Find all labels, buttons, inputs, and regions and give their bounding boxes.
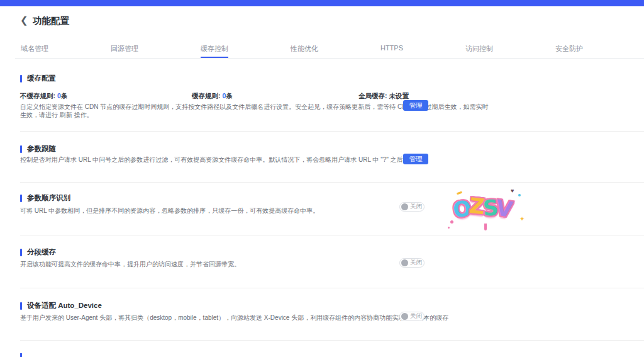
tab-performance-optimization[interactable]: 性能优化 [291,44,318,59]
section-title-text: 参数跟随 [27,144,56,154]
tab-https[interactable]: HTTPS [380,44,403,59]
description-line: 生效，请进行 刷新 操作。 [20,111,488,119]
title-accent-bar [20,302,22,310]
watermark-letter: V [494,195,513,222]
description-line: 可将 URL 中参数相同，但是排序不同的资源内容，忽略参数的排序，只缓存一份，可… [20,207,319,215]
section-cache-config: 缓存配置 不缓存规则: 0条 缓存规则: 0条 全局缓存: 未设置 自定义指定资… [20,74,644,130]
stat-label: 不缓存规则: [20,92,55,99]
section-description: 可将 URL 中参数相同，但是排序不同的资源内容，忽略参数的排序，只缓存一份，可… [20,207,319,215]
section-device-adaptation-title: 设备适配 Auto_Device [20,301,644,310]
page-title: 功能配置 [33,15,69,27]
ozsv-graffiti-watermark: ♥ ✦ O Z S V [448,189,526,234]
section-divider [20,235,644,235]
watermark-word: O Z S V [453,195,511,220]
toggle-knob-icon [401,313,408,320]
parameter-order-toggle[interactable]: 关闭 [399,202,425,212]
stat-label: 缓存规则: [192,92,221,99]
section-parameter-order-title: 参数顺序识别 [20,193,644,203]
tab-domain-management[interactable]: 域名管理 [21,44,48,59]
manage-cache-config-button[interactable]: 管理 [403,100,428,111]
tab-security-protection[interactable]: 安全防护 [555,44,583,59]
segmented-cache-toggle[interactable]: 关闭 [399,258,425,268]
section-divider [20,131,644,132]
device-adaptation-toggle[interactable]: 关闭 [399,312,425,321]
section-divider [20,182,644,183]
section-title-text: 参数顺序识别 [27,193,70,203]
section-segmented-cache-title: 分段缓存 [20,247,644,257]
heart-icon: ♥ [511,188,514,194]
back-chevron-icon[interactable]: ❮ [20,14,28,26]
watermark-dot-decoration [450,220,453,224]
section-segmented-cache: 分段缓存 开启该功能可提高文件的缓存命中率，提升用户的访问速度，并节省回源带宽。… [20,247,644,285]
section-device-adaptation: 设备适配 Auto_Device 基于用户发来的 User-Agent 头部，将… [20,301,644,339]
description-line: 控制是否对用户请求 URL 中问号之后的参数进行过滤，可有效提高资源文件缓存命中… [20,156,428,164]
watermark-letter: O [452,195,471,222]
tab-bar-divider [15,58,644,59]
toggle-label: 关闭 [410,203,422,211]
watermark-drip-decoration [484,224,487,230]
stat-suffix: 未设置 [389,92,409,99]
toggle-knob-icon [401,259,408,266]
title-accent-bar [20,195,22,202]
section-description: 基于用户发来的 User-Agent 头部，将其归类（desktop，mobil… [20,314,448,322]
stat-suffix: 条 [61,92,68,99]
stat-cache-rules: 缓存规则: 0条 [192,92,233,101]
description-line: 开启该功能可提高文件的缓存命中率，提升用户的访问速度，并节省回源带宽。 [20,260,240,268]
next-section-accent-bar [20,353,22,357]
top-accent-bar [0,0,644,6]
section-description: 控制是否对用户请求 URL 中问号之后的参数进行过滤，可有效提高资源文件缓存命中… [20,156,428,164]
stat-label: 全局缓存: [358,92,387,99]
section-cache-config-title: 缓存配置 [20,74,644,83]
title-accent-bar [20,249,22,256]
watermark-dot-decoration [448,227,450,229]
description-line: 基于用户发来的 User-Agent 头部，将其归类（desktop，mobil… [20,314,448,322]
tab-origin-management[interactable]: 回源管理 [111,44,138,59]
section-parameter-follow-title: 参数跟随 [20,144,644,154]
stat-suffix: 条 [226,92,233,99]
toggle-knob-icon [401,203,408,210]
watermark-dash-decoration [457,191,462,195]
section-divider [20,340,644,341]
section-description: 开启该功能可提高文件的缓存命中率，提升用户的访问速度，并节省回源带宽。 [20,260,240,268]
watermark-dot-decoration [518,194,521,196]
tab-access-control[interactable]: 访问控制 [465,44,493,59]
cdn-function-config-page: ❮ 功能配置 域名管理 回源管理 缓存控制 性能优化 HTTPS 访问控制 安全… [0,0,644,357]
section-parameter-order: 参数顺序识别 可将 URL 中参数相同，但是排序不同的资源内容，忽略参数的排序，… [20,193,644,231]
toggle-label: 关闭 [410,259,422,267]
toggle-label: 关闭 [410,312,422,320]
stat-no-cache-rules: 不缓存规则: 0条 [20,92,67,101]
manage-parameter-follow-button[interactable]: 管理 [403,154,428,164]
section-title-text: 缓存配置 [27,74,56,83]
section-title-text: 分段缓存 [27,247,56,257]
section-divider [20,288,644,288]
section-title-text: 设备适配 Auto_Device [27,301,102,310]
sparkle-icon: ✦ [519,215,525,222]
title-accent-bar [20,145,22,153]
section-parameter-follow: 参数跟随 控制是否对用户请求 URL 中问号之后的参数进行过滤，可有效提高资源文… [20,144,644,182]
title-accent-bar [20,75,22,82]
tab-bar: 域名管理 回源管理 缓存控制 性能优化 HTTPS 访问控制 安全防护 [21,44,583,59]
stat-global-cache: 全局缓存: 未设置 [358,92,409,101]
tab-cache-control[interactable]: 缓存控制 [201,44,228,59]
